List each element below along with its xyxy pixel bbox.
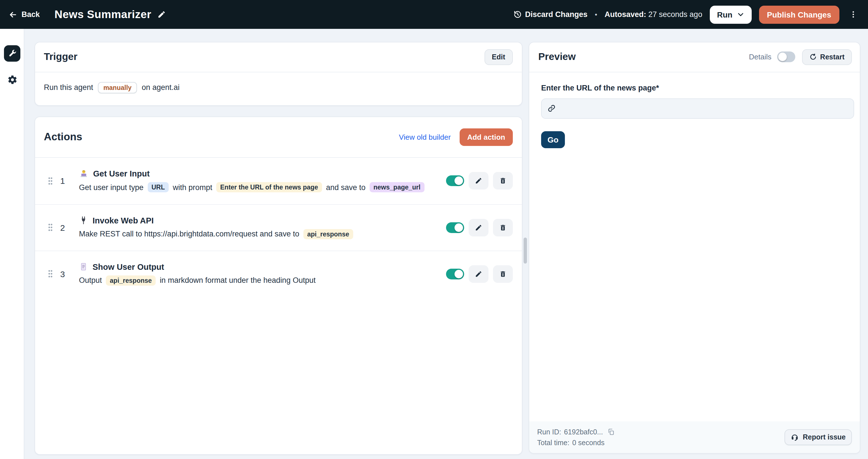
trigger-sentence-prefix: Run this agent — [44, 83, 93, 92]
trigger-mode-chip[interactable]: manually — [98, 82, 137, 93]
details-toggle[interactable] — [777, 52, 795, 62]
run-id-value: 6192bafc0... — [564, 428, 603, 436]
action-title: Show User Output — [93, 262, 164, 271]
agent-title-wrap: News Summarizer — [55, 8, 166, 21]
action-controls — [446, 219, 513, 236]
top-bar-right: Discard Changes • Autosaved: 27 seconds … — [513, 5, 860, 24]
copy-icon — [607, 428, 615, 435]
back-arrow-icon — [8, 10, 18, 19]
action-edit-button[interactable] — [468, 219, 488, 236]
run-id-label: Run ID: — [537, 428, 561, 436]
action-enabled-toggle[interactable] — [446, 268, 464, 279]
run-label: Run — [717, 10, 732, 19]
autosaved-value: 27 seconds ago — [648, 10, 703, 19]
action-content: Invoke Web API Make REST call to https:/… — [79, 216, 353, 239]
electric-plug-icon — [79, 216, 88, 225]
preview-footer: Run ID: 6192bafc0... Total time: 0 secon… — [529, 421, 860, 453]
action-edit-button[interactable] — [468, 265, 488, 283]
back-button[interactable]: Back — [8, 10, 40, 19]
action-number: 2 — [60, 223, 65, 232]
go-button[interactable]: Go — [541, 131, 565, 148]
page-facing-up-icon — [79, 262, 88, 271]
discard-changes-button[interactable]: Discard Changes — [513, 10, 588, 19]
rail-item-builder[interactable] — [4, 45, 20, 62]
top-bar: Back News Summarizer Discard Changes • A… — [0, 0, 868, 29]
desc-text: Make REST call to https://api.brightdata… — [79, 230, 299, 238]
action-title: Get User Input — [93, 169, 150, 178]
desc-text: with prompt — [173, 183, 212, 192]
left-rail — [0, 29, 24, 459]
copy-run-id-button[interactable] — [607, 428, 615, 435]
actions-card: Actions View old builder Add action 1 Ge… — [34, 116, 522, 455]
desc-text: Output — [79, 276, 102, 285]
variable-chip: news_page_url — [370, 182, 425, 192]
pencil-icon — [158, 10, 166, 19]
page-title: News Summarizer — [55, 8, 151, 21]
kebab-menu-icon — [849, 10, 857, 19]
action-enabled-toggle[interactable] — [446, 222, 464, 233]
action-delete-button[interactable] — [493, 219, 513, 236]
desc-text: Get user input type — [79, 183, 144, 192]
action-delete-button[interactable] — [493, 172, 513, 190]
drag-handle-icon[interactable] — [48, 176, 52, 185]
gear-icon — [7, 75, 18, 85]
trash-icon — [499, 270, 506, 277]
action-number: 3 — [60, 269, 65, 278]
action-enabled-toggle[interactable] — [446, 175, 464, 186]
action-content: Get User Input Get user input type URL w… — [79, 169, 425, 192]
view-old-builder-link[interactable]: View old builder — [399, 133, 451, 141]
restart-icon — [809, 53, 817, 61]
autosaved-label: Autosaved: — [604, 10, 646, 19]
trash-icon — [499, 224, 506, 231]
back-label: Back — [22, 10, 40, 19]
trigger-title: Trigger — [44, 51, 78, 63]
action-title: Invoke Web API — [93, 216, 154, 225]
pencil-icon — [475, 177, 482, 185]
chevron-down-icon — [737, 11, 744, 18]
overflow-menu-button[interactable] — [846, 9, 860, 20]
drag-handle-icon[interactable] — [48, 223, 52, 232]
history-icon — [513, 10, 522, 19]
report-issue-button[interactable]: Report issue — [785, 429, 852, 445]
screenshot-viewport: Back News Summarizer Discard Changes • A… — [0, 0, 868, 459]
url-field-label: Enter the URL of the news page* — [541, 84, 853, 92]
trigger-card: Trigger Edit Run this agent manually on … — [34, 41, 522, 105]
action-delete-button[interactable] — [493, 265, 513, 283]
restart-button[interactable]: Restart — [802, 49, 852, 65]
report-issue-label: Report issue — [803, 433, 846, 441]
trigger-sentence: Run this agent manually on agent.ai — [35, 72, 522, 103]
add-action-button[interactable]: Add action — [460, 128, 513, 145]
desc-text: and save to — [326, 183, 366, 192]
run-button[interactable]: Run — [710, 5, 751, 24]
link-icon — [547, 104, 556, 112]
actions-header: Actions View old builder Add action — [35, 117, 522, 158]
discard-label: Discard Changes — [525, 10, 588, 19]
drag-handle-icon[interactable] — [48, 269, 52, 278]
action-description: Make REST call to https://api.brightdata… — [79, 229, 353, 239]
agent-builder-app: Back News Summarizer Discard Changes • A… — [0, 0, 868, 459]
action-edit-button[interactable] — [468, 172, 488, 190]
type-chip: URL — [148, 182, 169, 192]
publish-changes-button[interactable]: Publish Changes — [759, 5, 839, 24]
prompt-chip: Enter the URL of the news page — [216, 182, 322, 192]
wrench-icon — [8, 49, 17, 58]
preview-header: Preview Details Restart — [529, 42, 860, 72]
trigger-sentence-suffix: on agent.ai — [142, 83, 180, 92]
publish-label: Publish Changes — [767, 10, 831, 19]
total-time-value: 0 seconds — [572, 439, 604, 447]
trigger-edit-label: Edit — [492, 53, 505, 61]
pencil-icon — [475, 270, 482, 277]
action-number: 1 — [60, 176, 65, 186]
details-label: Details — [749, 53, 772, 61]
action-row-get-user-input: 1 Get User Input Get user input type URL… — [35, 158, 522, 204]
url-input[interactable] — [560, 103, 848, 113]
trigger-edit-button[interactable]: Edit — [485, 49, 513, 65]
edit-title-button[interactable] — [158, 10, 166, 19]
action-description: Output api_response in markdown format u… — [79, 275, 315, 285]
variable-chip: api_response — [106, 275, 156, 285]
headset-icon — [791, 433, 799, 441]
rail-item-settings[interactable] — [7, 74, 18, 86]
action-row-show-user-output: 3 Show User Output Output api_response i… — [35, 250, 522, 297]
left-panel-scrollbar[interactable] — [524, 237, 527, 264]
preview-title: Preview — [538, 51, 576, 63]
